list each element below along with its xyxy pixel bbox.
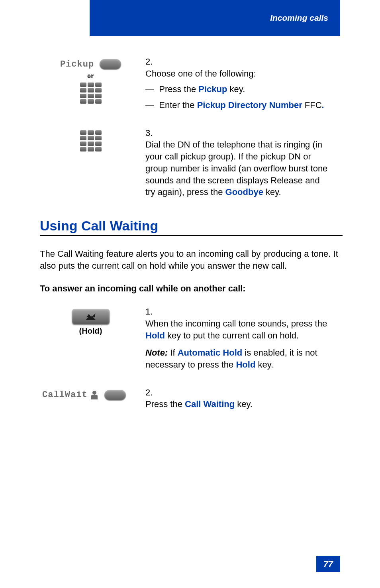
step3-body-post: key. — [263, 187, 281, 197]
step-3-row: 3. Dial the DN of the telephone that is … — [40, 127, 343, 198]
person-icon — [91, 391, 98, 399]
section-heading: Using Call Waiting — [40, 218, 343, 234]
note-label: Note: — [145, 348, 168, 358]
call-waiting-key-ref: Call Waiting — [185, 399, 235, 409]
procedure-lead: To answer an incoming call while on anot… — [40, 283, 343, 294]
cw1-note-pre: If — [168, 348, 177, 358]
cw-step-1-row: (Hold) 1. When the incoming call tone so… — [40, 306, 343, 370]
goodbye-key-ref: Goodbye — [225, 187, 263, 197]
section-intro: The Call Waiting feature alerts you to a… — [40, 248, 343, 271]
cw-step-2-row: CallWait 2. Press the Call Waiting key. — [40, 387, 343, 410]
hold-button-icon — [72, 309, 110, 324]
step2-optB-dot: . — [322, 100, 324, 110]
cw1-pre: When the incoming call tone sounds, pres… — [145, 319, 327, 328]
auto-hold-ref: Automatic Hold — [178, 348, 243, 358]
cw1-mid: key to put the current call on hold. — [165, 330, 299, 340]
step-number: 2. — [145, 56, 157, 68]
heading-rule — [40, 235, 343, 236]
cw1-note-post: key. — [255, 360, 273, 370]
keypad-icon — [80, 130, 102, 151]
step2-optA-pre: Press the — [159, 84, 198, 94]
step-number: 3. — [145, 127, 157, 139]
or-label: or — [40, 72, 141, 80]
cw2-post: key. — [235, 399, 253, 409]
page-number: 77 — [316, 556, 340, 572]
softkey-button-icon — [100, 59, 121, 69]
step2-lead: Choose one of the following: — [145, 69, 256, 79]
header-title: Incoming calls — [270, 13, 328, 23]
softkey-button-icon — [104, 390, 126, 400]
callwait-softkey-label: CallWait — [42, 390, 88, 400]
hold-key-ref-2: Hold — [236, 360, 255, 370]
step-2-row: Pickup or 2. Choose one of the following… — [40, 56, 343, 111]
step2-optB-pre: Enter the — [159, 100, 197, 110]
keypad-icon — [80, 83, 102, 104]
page-header: Incoming calls — [90, 0, 340, 36]
hold-caption: (Hold) — [40, 326, 141, 336]
pickup-dir-num-ref: Pickup Directory Number — [197, 100, 302, 110]
step-number: 2. — [145, 387, 157, 399]
step2-optB-post: FFC — [302, 100, 322, 110]
pickup-softkey-label: Pickup — [60, 59, 94, 69]
page-number-value: 77 — [323, 559, 333, 569]
handset-glyph-icon — [85, 313, 97, 320]
cw2-pre: Press the — [145, 399, 185, 409]
hold-key-ref: Hold — [145, 330, 165, 340]
pickup-key-ref: Pickup — [198, 84, 227, 94]
step2-optA-post: key. — [227, 84, 245, 94]
step-number: 1. — [145, 306, 157, 318]
